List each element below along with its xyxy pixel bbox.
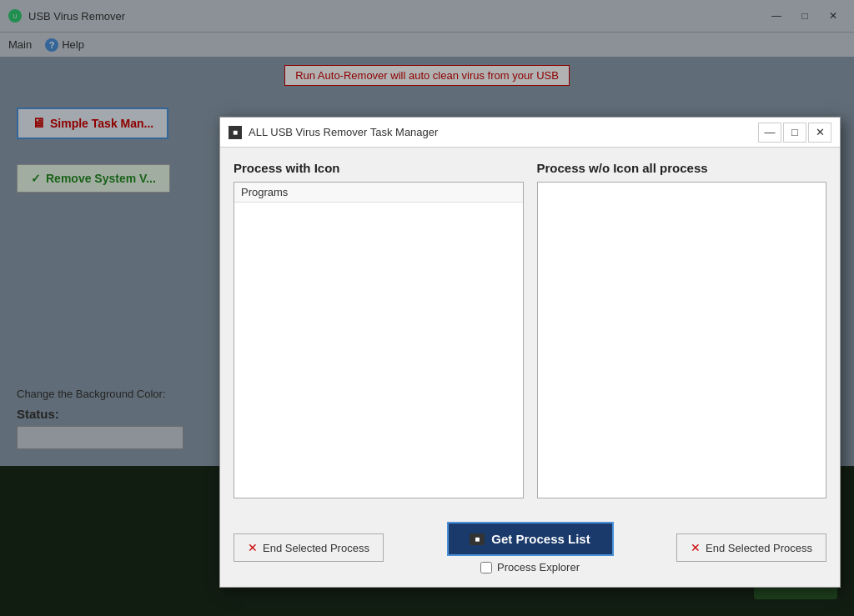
modal-columns: Process with Icon Programs Process w/o I… bbox=[234, 161, 826, 498]
process-without-icon-column: Process w/o Icon all process bbox=[537, 161, 827, 498]
modal-footer: ✕ End Selected Process ■ Get Process Lis… bbox=[220, 512, 840, 587]
end-process-left-btn[interactable]: ✕ End Selected Process bbox=[234, 533, 384, 562]
process-explorer-checkbox[interactable] bbox=[480, 562, 492, 573]
modal-titlebar: ■ ALL USB Virus Remover Task Manager — □… bbox=[220, 118, 840, 148]
get-process-icon: ■ bbox=[470, 533, 485, 545]
process-explorer-row: Process Explorer bbox=[480, 561, 580, 573]
get-process-list-btn[interactable]: ■ Get Process List bbox=[447, 522, 614, 556]
process-without-icon-title: Process w/o Icon all process bbox=[537, 161, 827, 175]
process-with-icon-title: Process with Icon bbox=[234, 161, 524, 175]
end-process-right-btn[interactable]: ✕ End Selected Process bbox=[676, 533, 826, 562]
process-with-icon-column: Process with Icon Programs bbox=[234, 161, 524, 498]
footer-center: ■ Get Process List Process Explorer bbox=[447, 522, 614, 573]
process-without-icon-list[interactable] bbox=[537, 182, 827, 498]
modal-window-controls: — □ ✕ bbox=[758, 123, 831, 143]
modal-minimize-btn[interactable]: — bbox=[758, 123, 781, 143]
modal-close-btn[interactable]: ✕ bbox=[808, 123, 831, 143]
modal-maximize-btn[interactable]: □ bbox=[783, 123, 806, 143]
listbox-programs-header: Programs bbox=[234, 183, 523, 203]
task-manager-modal: ■ ALL USB Virus Remover Task Manager — □… bbox=[219, 117, 841, 588]
modal-body: Process with Icon Programs Process w/o I… bbox=[220, 148, 840, 512]
end-process-right-icon: ✕ bbox=[691, 541, 701, 554]
end-process-left-icon: ✕ bbox=[248, 541, 258, 554]
modal-app-icon: ■ bbox=[229, 126, 242, 139]
process-explorer-label: Process Explorer bbox=[497, 561, 580, 573]
process-with-icon-list[interactable]: Programs bbox=[234, 182, 524, 498]
modal-title: ALL USB Virus Remover Task Manager bbox=[249, 126, 438, 138]
